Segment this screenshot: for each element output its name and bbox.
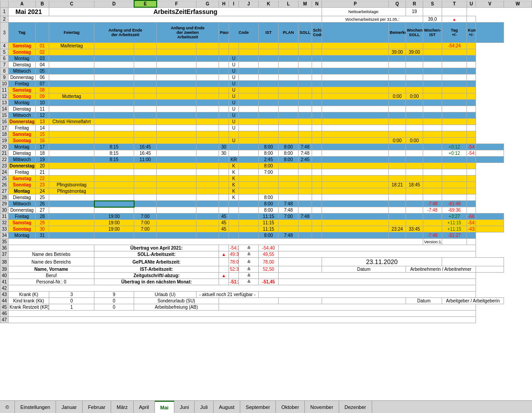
col-m: M xyxy=(299,0,312,7)
tab-november[interactable]: November xyxy=(305,401,339,413)
col-b: B xyxy=(36,0,49,7)
row-16: 16 Donnerstag 13 Christi Himmelfahrt U xyxy=(0,119,532,125)
header-tag: Tag xyxy=(9,23,36,43)
tab-februar[interactable]: Februar xyxy=(83,401,112,413)
header-anfang-ende: Anfang und Endeder Arbeitszeit xyxy=(94,23,157,43)
col-f: F xyxy=(157,0,196,7)
row-9: 9 Donnerstag 06 U xyxy=(0,74,532,81)
tab-einstellungen[interactable]: Einstellungen xyxy=(15,401,56,413)
col-r: R xyxy=(406,0,423,7)
tab-maerz[interactable]: März xyxy=(111,401,133,413)
row-45: 45 Krank Restzeit (KR) 1 0 Arbeitsbefrei… xyxy=(0,304,532,311)
krank-rest-label: Krank Restzeit (KR) xyxy=(9,304,49,311)
tab-bar: © Einstellungen Januar Februar März Apri… xyxy=(0,400,532,413)
header-soll: SOLL xyxy=(299,23,312,43)
tab-januar[interactable]: Januar xyxy=(56,401,83,413)
header-wochen-soll: Wochen-SOLL xyxy=(406,23,423,43)
geplan-val2: 78,00 xyxy=(259,258,279,266)
name-vorname: Name, Vorname xyxy=(9,266,94,273)
row-18: 18 Samstag 15 xyxy=(0,131,532,138)
row-26: 26 Sonntag 23 Pfingstsonntag K 18:21 18:… xyxy=(0,182,532,188)
wochen-label: Wochenarbeitszeit per 31.05.: xyxy=(322,16,423,23)
col-j: J xyxy=(239,0,259,7)
name-betriebs: Name des Betriebs xyxy=(9,251,94,258)
ist-val1: 52:30 xyxy=(229,266,239,273)
datum-display: 23.11.2020 xyxy=(322,258,442,266)
header-bemerkungen: Bemerkungen xyxy=(389,23,406,43)
header-wochen-ist: Wochen-IST xyxy=(423,23,442,43)
tab-oktober[interactable]: Oktober xyxy=(276,401,305,413)
soll-val1: 49:33 xyxy=(229,251,239,258)
ist-val2: 52,50 xyxy=(259,266,279,273)
arbeitgeber-label: Arbeitgeber / Arbeitgeberin xyxy=(442,298,504,304)
beruf: Beruf xyxy=(9,273,94,279)
row-19: 19 Sonntag 16 U 0:00 0:00 xyxy=(0,138,532,144)
tab-mai[interactable]: Mai xyxy=(155,401,174,413)
col-k: K xyxy=(259,0,279,7)
row-17: 17 Freitag 14 U xyxy=(0,125,532,131)
soll-label: SOLL-Arbeitszeit: xyxy=(94,251,219,258)
tab-september[interactable]: September xyxy=(240,401,276,413)
arbeitnehmer-label: Arbeitnehmerin / Arbeitnehmer xyxy=(406,266,476,273)
header-feiertag: Feiertag xyxy=(49,23,94,43)
selected-cell[interactable] xyxy=(94,201,134,207)
col-s: S xyxy=(423,0,442,7)
row-11: 11 Samstag 08 U xyxy=(0,87,532,93)
row-27: 27 Montag 24 Pfingstmontag K xyxy=(0,188,532,195)
header-b xyxy=(36,23,49,43)
uebertrag-next-label: Übertrag in den nächsten Monat: xyxy=(94,279,219,285)
row-30: 30 Donnerstag 27 8:00 7:48 -7:48 -69:36 xyxy=(0,207,532,213)
row-7: 7 Dienstag 04 U xyxy=(0,62,532,68)
uebertrag-next-val2: -51,45 xyxy=(259,279,279,285)
tab-august[interactable]: August xyxy=(214,401,240,413)
sonder-label: Sonderurlaub (SU) xyxy=(134,298,219,304)
zeitgut-label: Zeitgutschrift/-abzug: xyxy=(94,273,219,279)
header-kumuliert: Kumuliert+/- xyxy=(467,23,476,43)
row-1: 1 Mai 2021 ArbeitsZeitErfassung Nettoarb… xyxy=(0,7,532,16)
arbeits-label: Arbeitsbefreiung (AB) xyxy=(134,304,219,311)
tab-dezember[interactable]: Dezenber xyxy=(339,401,372,413)
krank-label: Krank (K) xyxy=(9,292,49,298)
row-44: 44 Kind krank (Kk) 0 0 Sonderurlaub (SU)… xyxy=(0,298,532,304)
kind-label: Kind krank (Kk) xyxy=(9,298,49,304)
col-header-row: A B C D E F G H I J K L M N P Q R S T U … xyxy=(0,0,532,7)
row-15: 15 Mittwoch 12 U xyxy=(0,112,532,119)
main-table: A B C D E F G H I J K L M N P Q R S T U … xyxy=(0,0,532,323)
tab-juni[interactable]: Juni xyxy=(174,401,195,413)
row-5: 5 Sonntag 02 39:00 39:00 xyxy=(0,49,532,56)
row-39: 39 Name, Vorname IST-Arbeitszeit: 52:30 … xyxy=(0,266,532,273)
col-t: T xyxy=(442,0,467,7)
row-34: 34 Montag 31 8:00 7:48 -7:48 -51:27 xyxy=(0,232,532,239)
tab-copyright[interactable]: © xyxy=(0,401,15,413)
row-28: 28 Dienstag 25 K 8:00 xyxy=(0,195,532,201)
col-p: P xyxy=(322,0,389,7)
header-code: Code xyxy=(229,23,259,43)
col-w: W xyxy=(504,0,532,7)
row-43: 43 Krank (K) 3 9 Urlaub (U) - aktuell no… xyxy=(0,292,532,298)
col-u: U xyxy=(467,0,476,7)
uebertrag-val1: -54:24 xyxy=(229,245,239,251)
personal-label: Personal-Nr.: 0 xyxy=(9,279,94,285)
version: Version:1.0 xyxy=(423,239,442,245)
tab-april[interactable]: April xyxy=(134,401,155,413)
row-2: 2 Wochenarbeitszeit per 31.05.: 39,0 ▲ xyxy=(0,16,532,23)
row-40: 40 Beruf Zeitgutschrift/-abzug: ▲ ≙ xyxy=(0,273,532,279)
netto-val: 19 xyxy=(406,7,423,16)
row-33: 33 Sonntag 30 19:00 7:00 45 11:15 23:24 … xyxy=(0,226,532,232)
uebertrag-label: Übertrag von April 2021: xyxy=(94,245,219,251)
row-13: 13 Montag 10 U xyxy=(0,100,532,106)
netto-label: Nettoarbeitstage: xyxy=(322,7,406,16)
tab-juli[interactable]: Juli xyxy=(195,401,214,413)
datum2-label: Datum xyxy=(406,298,442,304)
row-8: 8 Mittwoch 05 U xyxy=(0,68,532,74)
row-24: 24 Freitag 21 K 7:00 xyxy=(0,169,532,176)
row-21: 21 Dienstag 18 8:15 16:45 30 8:00 8:00 7… xyxy=(0,150,532,157)
row-32: 32 Samstag 29 19:00 7:00 45 11:15 +11:15… xyxy=(0,220,532,226)
row-4: 4 Samstag 01 Maifeiertag -54:24 xyxy=(0,43,532,49)
col-c: C xyxy=(49,0,94,7)
row-38: 38 Name des Bereichs GePLANte Arbeitszei… xyxy=(0,258,532,266)
spreadsheet: A B C D E F G H I J K L M N P Q R S T U … xyxy=(0,0,532,413)
col-d: D xyxy=(94,0,134,7)
header-anfang-ende2: Anfang und Endeder zweitenArbeitszeit xyxy=(157,23,219,43)
geplan-label: GePLANte Arbeitszeit: xyxy=(94,258,219,266)
